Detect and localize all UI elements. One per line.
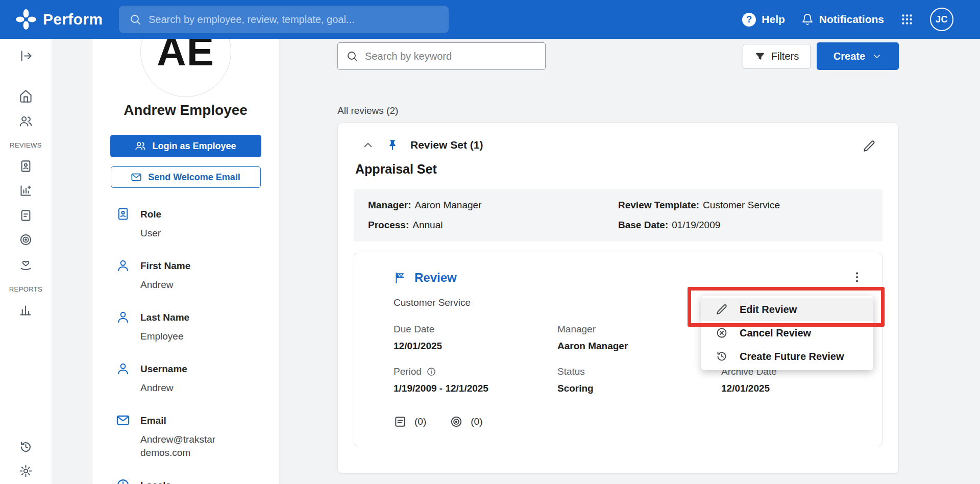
filter-funnel-icon (754, 51, 766, 62)
field-value: Andrew (140, 381, 217, 395)
brand: Perform (0, 9, 103, 30)
meta-template: Review Template:Customer Service (618, 200, 868, 211)
employee-profile-panel: AE Andrew Employee Login as Employee Sen… (92, 39, 279, 484)
help-label: Help (762, 13, 785, 26)
forms-icon[interactable] (19, 208, 33, 222)
field-label: Period (394, 366, 422, 377)
sidebar-expand-icon[interactable] (19, 49, 33, 63)
meta-manager: Manager:Aaron Manager (368, 200, 618, 211)
goals-counter[interactable]: (0) (450, 415, 482, 428)
chevron-down-icon (872, 51, 882, 61)
edit-set-pencil-icon[interactable] (863, 139, 876, 153)
people-icon[interactable] (19, 114, 33, 128)
goals-icon[interactable] (19, 233, 33, 247)
sidebar-section-reviews: REVIEWS (10, 141, 42, 149)
appraisals-icon[interactable] (19, 159, 33, 173)
brand-name: Perform (43, 11, 103, 28)
menu-item-label: Edit Review (740, 304, 797, 316)
user-avatar[interactable]: JC (930, 8, 953, 31)
field-value: Andrew (140, 278, 217, 292)
notifications-button[interactable]: Notifications (801, 13, 884, 26)
search-icon (129, 13, 141, 26)
menu-item-edit-review[interactable]: Edit Review (701, 298, 873, 321)
meta-process: Process:Annual (368, 220, 618, 231)
all-reviews-count: All reviews (2) (337, 105, 398, 116)
menu-item-cancel-review[interactable]: Cancel Review (701, 321, 873, 345)
profile-field-locale: Locale United Sta (116, 479, 263, 484)
results-icon[interactable] (19, 184, 33, 198)
person-icon (116, 258, 130, 273)
meta-value: Customer Service (703, 200, 780, 210)
global-search-input[interactable] (149, 14, 438, 26)
field-value: Aaron Manager (557, 341, 721, 352)
field-value: Andrew@trakstardemos.com (140, 433, 217, 459)
meta-value: Aaron Manager (414, 200, 481, 210)
reports-icon[interactable] (19, 303, 33, 317)
clock-icon (116, 478, 130, 484)
review-field-period: Period 1/19/2009 - 12/1/2025 (394, 366, 557, 394)
profile-field-email: Email Andrew@trakstardemos.com (116, 415, 263, 459)
send-welcome-email-label: Send Welcome Email (148, 172, 240, 183)
settings-gear-icon[interactable] (19, 464, 33, 478)
menu-item-label: Create Future Review (740, 351, 844, 362)
collapse-chevron-icon[interactable] (361, 138, 375, 152)
mail-icon (131, 172, 142, 183)
kebab-menu-icon[interactable] (850, 271, 864, 284)
profile-field-last-name: Last Name Employee (116, 311, 263, 343)
meta-label: Review Template: (618, 200, 699, 210)
review-title-link[interactable]: Review (414, 271, 457, 285)
sidebar-section-reports: REPORTS (9, 285, 42, 293)
review-counters: (0) (0) (394, 415, 482, 428)
field-label: Locale (140, 479, 263, 484)
global-search[interactable] (119, 6, 449, 33)
history-icon[interactable] (19, 440, 33, 454)
review-field-status: Status Scoring (557, 366, 721, 394)
cancel-circle-icon (716, 327, 728, 339)
info-icon[interactable] (426, 367, 436, 377)
menu-item-create-future-review[interactable]: Create Future Review (701, 345, 873, 368)
filters-label: Filters (771, 51, 799, 62)
review-context-menu: Edit Review Cancel Review Create Future … (701, 296, 873, 370)
notes-icon (394, 415, 407, 428)
search-icon (346, 50, 358, 62)
review-set-name: Appraisal Set (355, 162, 898, 177)
future-clock-icon (716, 350, 728, 362)
review-set-title: Review Set (1) (410, 139, 483, 151)
help-button[interactable]: ? Help (742, 13, 785, 27)
apps-grid-icon[interactable] (900, 13, 914, 26)
engagement-icon[interactable] (19, 257, 33, 271)
people-icon (135, 140, 146, 152)
profile-field-username: Username Andrew (116, 363, 263, 395)
home-icon[interactable] (19, 89, 33, 103)
login-as-employee-button[interactable]: Login as Employee (110, 135, 261, 157)
counter-value: (0) (414, 416, 426, 427)
meta-label: Manager: (368, 200, 411, 210)
keyword-search[interactable] (337, 42, 546, 70)
meta-base-date: Base Date:01/19/2009 (618, 220, 868, 231)
field-label: Manager (557, 324, 596, 335)
notes-counter[interactable]: (0) (394, 415, 426, 428)
field-value: 12/01/2025 (721, 383, 882, 394)
goals-icon (450, 415, 463, 428)
review-title-row: Review (394, 271, 882, 285)
send-welcome-email-button[interactable]: Send Welcome Email (111, 166, 261, 188)
field-label: Due Date (394, 324, 434, 335)
field-label: Email (140, 415, 263, 426)
field-value: 12/01/2025 (394, 341, 557, 352)
filters-button[interactable]: Filters (743, 44, 811, 69)
review-set-meta: Manager:Aaron Manager Review Template:Cu… (354, 189, 883, 241)
pin-icon (386, 138, 399, 152)
employee-avatar: AE (140, 39, 231, 97)
field-label: Last Name (140, 311, 263, 323)
counter-value: (0) (471, 416, 482, 427)
review-field-archive-date: Archive Date 12/01/2025 (721, 366, 882, 394)
field-value: User (140, 227, 217, 240)
field-label: Role (140, 208, 263, 220)
review-field-manager: Manager Aaron Manager (557, 324, 721, 352)
create-label: Create (834, 51, 865, 62)
create-button[interactable]: Create (817, 42, 899, 70)
meta-label: Process: (368, 220, 409, 230)
profile-fields: Role User First Name Andrew Last Name Em… (92, 208, 279, 484)
person-icon (116, 361, 130, 376)
keyword-search-input[interactable] (365, 51, 537, 62)
